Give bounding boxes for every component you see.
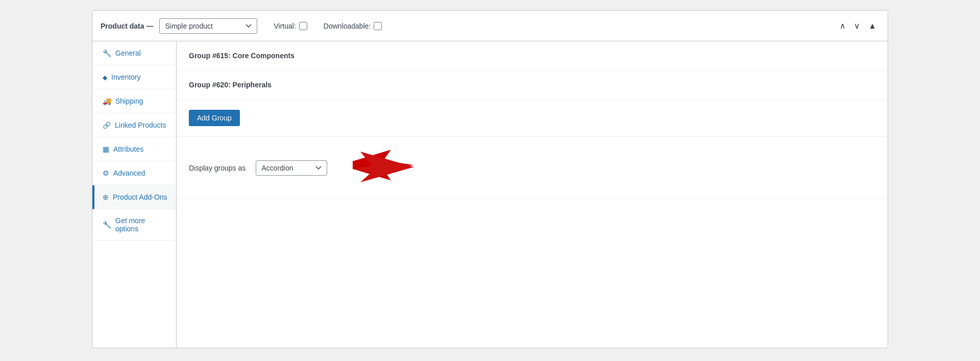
downloadable-checkbox-group: Downloadable: bbox=[324, 22, 382, 30]
group2-title: Group #620: Peripherals bbox=[177, 70, 888, 100]
display-groups-label: Display groups as bbox=[189, 164, 246, 172]
wrench2-icon bbox=[103, 220, 111, 229]
table-icon bbox=[103, 145, 109, 154]
sidebar-item-get-more-options[interactable]: Get more options bbox=[92, 209, 176, 240]
product-data-label: Product data — bbox=[101, 22, 153, 30]
sidebar-item-get-more-label: Get more options bbox=[115, 216, 168, 233]
sidebar-item-general-label: General bbox=[115, 49, 141, 57]
virtual-checkbox[interactable] bbox=[299, 22, 307, 30]
gear-icon bbox=[103, 169, 109, 178]
diamond-icon bbox=[103, 73, 107, 82]
expand-button[interactable]: ▲ bbox=[865, 20, 879, 32]
sidebar-item-advanced-label: Advanced bbox=[113, 169, 145, 177]
group1-title: Group #615: Core Components bbox=[177, 41, 888, 70]
downloadable-label: Downloadable: bbox=[324, 22, 371, 30]
sidebar-item-inventory[interactable]: Inventory bbox=[92, 65, 176, 89]
sidebar-item-addons-label: Product Add-Ons bbox=[113, 193, 167, 201]
product-type-select[interactable]: Simple product Variable product Grouped … bbox=[159, 18, 257, 34]
collapse-down-button[interactable]: ∨ bbox=[851, 20, 863, 32]
sidebar-item-shipping-label: Shipping bbox=[115, 97, 143, 105]
panel-controls: ∧ ∨ ▲ bbox=[837, 20, 879, 32]
sidebar-item-general[interactable]: General bbox=[92, 41, 176, 65]
add-group-button[interactable]: Add Group bbox=[189, 110, 240, 126]
downloadable-checkbox[interactable] bbox=[374, 22, 382, 30]
sidebar-item-attributes[interactable]: Attributes bbox=[92, 137, 176, 161]
display-groups-row: Display groups as Accordion Tabs None bbox=[177, 137, 888, 199]
sidebar-item-shipping[interactable]: Shipping bbox=[92, 89, 176, 113]
panel-body: General Inventory Shipping Linked Produc… bbox=[92, 41, 888, 348]
sidebar: General Inventory Shipping Linked Produc… bbox=[92, 41, 177, 348]
arrow-annotation bbox=[353, 149, 414, 186]
wrench-icon bbox=[103, 49, 111, 58]
sidebar-item-linked-products-label: Linked Products bbox=[115, 121, 166, 129]
panel-header: Product data — Simple product Variable p… bbox=[92, 11, 888, 41]
sidebar-item-advanced[interactable]: Advanced bbox=[92, 161, 176, 185]
truck-icon bbox=[103, 97, 111, 106]
product-data-panel: Product data — Simple product Variable p… bbox=[92, 10, 888, 348]
main-content: Group #615: Core Components Group #620: … bbox=[177, 41, 888, 348]
link-icon bbox=[103, 121, 111, 130]
add-group-section: Add Group bbox=[177, 100, 888, 137]
plus-circle-icon bbox=[103, 192, 109, 202]
sidebar-item-inventory-label: Inventory bbox=[111, 73, 141, 81]
virtual-label: Virtual: bbox=[274, 22, 296, 30]
virtual-checkbox-group: Virtual: bbox=[274, 22, 307, 30]
sidebar-item-linked-products[interactable]: Linked Products bbox=[92, 113, 176, 137]
display-groups-select[interactable]: Accordion Tabs None bbox=[256, 160, 327, 176]
collapse-up-button[interactable]: ∧ bbox=[837, 20, 849, 32]
sidebar-item-attributes-label: Attributes bbox=[113, 145, 143, 153]
sidebar-item-product-add-ons[interactable]: Product Add-Ons bbox=[92, 185, 176, 209]
red-arrow-icon bbox=[353, 149, 414, 185]
